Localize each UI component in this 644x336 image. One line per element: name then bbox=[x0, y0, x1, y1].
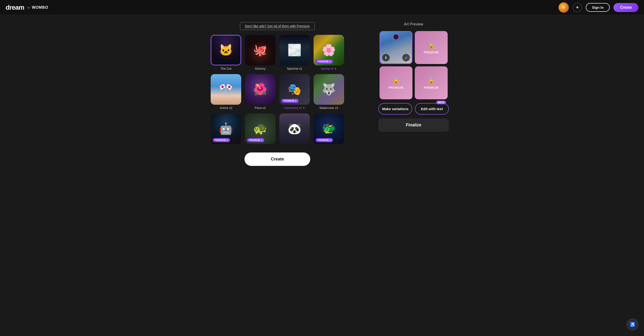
premium-badge: PREMIUM bbox=[281, 99, 298, 103]
logo-dream: dream bbox=[6, 4, 24, 11]
style-item-panda[interactable]: 🐼 bbox=[279, 113, 310, 145]
preview-main: ⬇ ⤢ bbox=[380, 31, 412, 64]
lock-icon-2: 🔒 bbox=[392, 76, 400, 84]
style-label-spring_v2: Spring v2 ✦ bbox=[321, 67, 337, 70]
premium-label-1: PREMIUM bbox=[424, 51, 439, 54]
beta-badge: BETA bbox=[436, 101, 446, 104]
style-item-dragon[interactable]: 🐲PREMIUM bbox=[314, 113, 344, 145]
lock-icon-3: 🔒 bbox=[427, 76, 436, 84]
style-label-watercolor_v2: Watercolor v2 bbox=[320, 106, 338, 110]
style-item-watercolor_v2[interactable]: 🐺Watercolor v2 bbox=[314, 74, 344, 110]
preview-grid: ⬇ ⤢ 🔒 PREMIUM 🔒 PREMIUM 🔒 PREMIUM bbox=[380, 31, 448, 99]
main-content: Don't like ads? Get rid of them with Pre… bbox=[0, 15, 644, 173]
preview-selected-dot bbox=[393, 34, 399, 40]
premium-badge: PREMIUM bbox=[316, 138, 333, 142]
make-variations-button[interactable]: Make variations bbox=[378, 103, 412, 115]
preview-actions: Make variations BETA Edit with text bbox=[378, 103, 449, 115]
premium-badge: PREMIUM bbox=[316, 60, 333, 64]
style-item-robot[interactable]: 🤖PREMIUM bbox=[211, 113, 241, 145]
style-item-anime_v2[interactable]: 🎌Anime v2 bbox=[211, 74, 241, 110]
create-header-button[interactable]: Create bbox=[614, 3, 638, 12]
style-thumb-cartoonist_v2: 🎭PREMIUM bbox=[279, 74, 310, 105]
expand-button[interactable]: ⤢ bbox=[402, 54, 410, 61]
style-label-cut: The Cut bbox=[220, 67, 231, 70]
download-button[interactable]: ⬇ bbox=[382, 54, 390, 61]
create-main-button[interactable]: Create bbox=[244, 152, 310, 166]
premium-label-3: PREMIUM bbox=[424, 86, 439, 89]
art-preview-label: Art Preview bbox=[404, 22, 423, 26]
preview-premium-top-right[interactable]: 🔒 PREMIUM bbox=[415, 31, 448, 64]
style-label-cartoonist_v2: Cartoonist v2 ✦ bbox=[284, 106, 305, 110]
style-item-turtle[interactable]: 🐢PREMIUM bbox=[245, 113, 276, 145]
style-item-spectral_v2[interactable]: 🌫️Spectral v2 bbox=[279, 35, 310, 70]
style-label-gloomy: Gloomy bbox=[255, 67, 266, 70]
style-label-flora_v2: Flora v2 bbox=[255, 106, 266, 110]
avatar-icon[interactable] bbox=[558, 2, 569, 13]
style-thumb-flora_v2: 🌺 bbox=[245, 74, 276, 105]
style-label-spectral_v2: Spectral v2 bbox=[287, 67, 302, 70]
style-label-anime_v2: Anime v2 bbox=[220, 106, 232, 110]
style-thumb-cut: 🐱 bbox=[211, 35, 241, 65]
preview-premium-bottom-right[interactable]: 🔒 PREMIUM bbox=[415, 66, 448, 99]
logo-wombo: WOMBO bbox=[32, 6, 48, 10]
header: dream by WOMBO ☀ Sign In Create bbox=[0, 0, 644, 15]
style-thumb-watercolor_v2: 🐺 bbox=[314, 74, 344, 105]
theme-toggle-button[interactable]: ☀ bbox=[572, 3, 582, 12]
premium-badge: PREMIUM bbox=[212, 138, 230, 142]
center-panel: Don't like ads? Get rid of them with Pre… bbox=[195, 22, 360, 166]
header-left: dream by WOMBO bbox=[6, 4, 48, 11]
right-panel: Art Preview ⬇ ⤢ 🔒 PREMIUM 🔒 PREMIUM 🔒 PR… bbox=[378, 22, 449, 132]
premium-badge: PREMIUM bbox=[247, 138, 264, 142]
style-item-flora_v2[interactable]: 🌺Flora v2 bbox=[245, 74, 276, 110]
accessibility-widget[interactable]: ♿ bbox=[626, 318, 638, 330]
style-item-gloomy[interactable]: 🐙Gloomy bbox=[245, 35, 276, 70]
edit-with-text-button[interactable]: BETA Edit with text bbox=[415, 103, 449, 115]
style-thumb-turtle: 🐢PREMIUM bbox=[245, 113, 276, 144]
style-thumb-panda: 🐼 bbox=[279, 113, 310, 144]
logo-by: by bbox=[27, 6, 30, 9]
style-thumb-gloomy: 🐙 bbox=[245, 35, 276, 65]
style-thumb-spring_v2: 🌸PREMIUM bbox=[314, 35, 344, 65]
header-right: ☀ Sign In Create bbox=[558, 2, 638, 13]
promo-banner[interactable]: Don't like ads? Get rid of them with Pre… bbox=[240, 22, 315, 30]
finalize-button[interactable]: Finalize bbox=[378, 118, 449, 132]
style-grid: 🐱The Cut🐙Gloomy🌫️Spectral v2🌸PREMIUMSpri… bbox=[211, 35, 344, 145]
style-item-cut[interactable]: 🐱The Cut bbox=[211, 35, 241, 70]
premium-label-2: PREMIUM bbox=[388, 86, 404, 89]
style-thumb-dragon: 🐲PREMIUM bbox=[314, 113, 344, 144]
style-thumb-spectral_v2: 🌫️ bbox=[279, 35, 310, 65]
lock-icon: 🔒 bbox=[427, 41, 436, 49]
preview-premium-bottom-left[interactable]: 🔒 PREMIUM bbox=[380, 66, 412, 99]
style-item-cartoonist_v2[interactable]: 🎭PREMIUMCartoonist v2 ✦ bbox=[279, 74, 310, 110]
style-item-spring_v2[interactable]: 🌸PREMIUMSpring v2 ✦ bbox=[314, 35, 344, 70]
style-thumb-anime_v2: 🎌 bbox=[211, 74, 241, 105]
style-thumb-robot: 🤖PREMIUM bbox=[211, 113, 241, 144]
sign-in-button[interactable]: Sign In bbox=[586, 3, 610, 12]
